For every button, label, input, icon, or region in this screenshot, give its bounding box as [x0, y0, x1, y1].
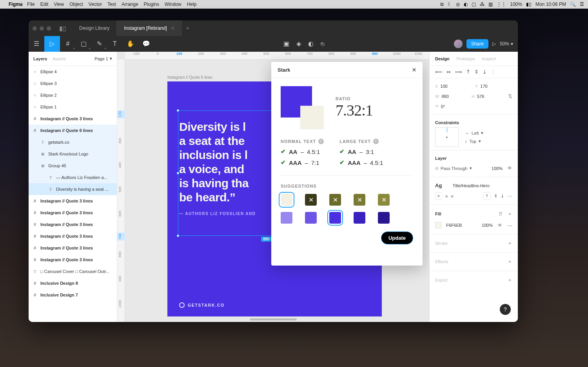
- fill-hex[interactable]: F6F6EB: [446, 223, 462, 228]
- new-tab-button[interactable]: ＋: [182, 25, 194, 32]
- align-hcenter-icon[interactable]: ⇔: [446, 69, 451, 75]
- layers-tab[interactable]: Layers: [33, 56, 47, 61]
- layer-item[interactable]: getstark.co: [29, 136, 117, 148]
- constrain-icon[interactable]: ⇅: [508, 93, 512, 99]
- layer-item[interactable]: Inclusive Design 8: [29, 277, 117, 289]
- suggestion-swatch[interactable]: ✕: [354, 194, 365, 206]
- wifi-icon[interactable]: ⋮⋮: [497, 2, 506, 7]
- dropbox-icon[interactable]: ⧉: [440, 2, 444, 7]
- menu-text[interactable]: Text: [107, 2, 116, 7]
- text-valign-top-icon[interactable]: ⤒: [483, 192, 491, 200]
- pages-dropdown[interactable]: Page 1▾: [94, 56, 112, 61]
- align-right-icon[interactable]: ⟹: [455, 69, 462, 75]
- link-icon[interactable]: ⎋: [321, 36, 325, 52]
- frame-label[interactable]: Instagram // Quote 6 lines: [167, 75, 212, 80]
- text-align-right-icon[interactable]: ≡: [451, 194, 453, 199]
- h-field[interactable]: 576: [477, 94, 484, 99]
- menu-icon[interactable]: ☰: [580, 2, 584, 7]
- tab-inspect[interactable]: Inspect: [482, 56, 496, 61]
- distribute-icon[interactable]: ⋮: [491, 69, 496, 75]
- suggestion-swatch[interactable]: ✕: [305, 194, 317, 206]
- canvas[interactable]: -100010020030040050060070080090098010001…: [117, 52, 429, 322]
- help-button[interactable]: ?: [500, 304, 511, 315]
- shape-tool[interactable]: ▢▾: [76, 36, 91, 52]
- blend-select[interactable]: ◇ Pass Through ▾: [435, 166, 472, 171]
- hand-tool[interactable]: ✋: [123, 36, 138, 52]
- tab-instagram-rebrand[interactable]: Instagram [Rebrand]✕: [117, 20, 181, 36]
- layer-item[interactable]: Instagram // Quote 6 lines: [29, 125, 117, 136]
- align-left-icon[interactable]: ⟸: [435, 69, 443, 75]
- suggestion-swatch[interactable]: [305, 212, 317, 224]
- layer-item[interactable]: Stark Knockout Logo: [29, 148, 117, 160]
- x-field[interactable]: 100: [440, 84, 447, 89]
- text-align-left-icon[interactable]: ≡: [435, 192, 442, 200]
- siri-icon[interactable]: ▥: [488, 2, 493, 7]
- assets-tab[interactable]: Assets: [53, 56, 65, 61]
- text-tool[interactable]: T: [107, 36, 123, 52]
- add-icon[interactable]: ＋: [507, 258, 512, 265]
- tab-prototype[interactable]: Prototype: [457, 56, 475, 61]
- menubar-app-name[interactable]: Figma: [9, 2, 22, 7]
- layer-item[interactable]: Group 45: [29, 160, 117, 172]
- menu-plugins[interactable]: Plugins: [144, 2, 159, 7]
- move-tool[interactable]: ▷▾: [44, 36, 60, 52]
- layer-item[interactable]: Ellipse 4: [29, 66, 117, 78]
- rotation-field[interactable]: 0°: [441, 104, 445, 109]
- zoom-dropdown[interactable]: 50%▾: [500, 41, 513, 47]
- layer-item[interactable]: Instagram // Quote 3 lines: [29, 113, 117, 125]
- styles-icon[interactable]: ⠿: [499, 211, 503, 217]
- y-field[interactable]: 170: [480, 84, 487, 89]
- layer-item[interactable]: Instagram // Quote 3 lines: [29, 207, 117, 219]
- constraints-widget[interactable]: [435, 127, 459, 147]
- bt-icon[interactable]: ⁂: [480, 2, 485, 7]
- align-bottom-icon[interactable]: ⤓: [483, 69, 487, 75]
- close-icon[interactable]: ✕: [412, 67, 416, 73]
- hamburger-button[interactable]: ☰: [29, 36, 44, 52]
- add-icon[interactable]: ＋: [507, 277, 512, 284]
- layer-item[interactable]: — Authors Liz Fosslien a...: [29, 172, 117, 183]
- text-valign-mid-icon[interactable]: ⇕: [494, 193, 497, 199]
- update-button[interactable]: Update: [381, 231, 413, 244]
- circle-icon[interactable]: ◎: [456, 2, 460, 7]
- cc-icon[interactable]: ◐: [464, 2, 468, 7]
- menu-object[interactable]: Object: [69, 2, 83, 7]
- suggestion-swatch[interactable]: [281, 212, 292, 224]
- layer-item[interactable]: □ Carousel Cover □ Carousel Outr...: [29, 266, 117, 277]
- text-align-center-icon[interactable]: ≡: [445, 194, 448, 199]
- moon-icon[interactable]: ☾: [448, 2, 452, 7]
- more-icon[interactable]: ⋯: [507, 193, 512, 199]
- layer-item[interactable]: Ellipse 3: [29, 78, 117, 89]
- suggestion-swatch[interactable]: [354, 212, 365, 224]
- text-valign-bot-icon[interactable]: ⤓: [501, 193, 504, 199]
- pen-tool[interactable]: ✎▾: [91, 36, 107, 52]
- fill-swatch[interactable]: [435, 222, 441, 228]
- align-vcenter-icon[interactable]: ⇕: [474, 69, 479, 75]
- suggestion-swatch[interactable]: [329, 212, 341, 224]
- suggestion-swatch[interactable]: ✕: [378, 194, 390, 206]
- frame-tool[interactable]: #▾: [60, 36, 76, 52]
- avatar[interactable]: [454, 40, 463, 48]
- layer-item[interactable]: Instagram // Quote 3 lines: [29, 254, 117, 266]
- menu-arrange[interactable]: Arrange: [122, 2, 138, 7]
- eye-icon[interactable]: 👁: [507, 165, 512, 171]
- w-field[interactable]: 880: [441, 94, 448, 99]
- add-icon[interactable]: ＋: [507, 210, 512, 217]
- remove-icon[interactable]: —: [507, 222, 512, 228]
- swatch-background[interactable]: [300, 106, 324, 129]
- tab-design[interactable]: Design: [435, 56, 450, 61]
- share-button[interactable]: Share: [466, 39, 488, 49]
- layer-item[interactable]: Inclusive Design 7: [29, 289, 117, 301]
- menu-help[interactable]: Help: [187, 2, 197, 7]
- spotlight-icon[interactable]: 🔍: [570, 2, 576, 7]
- close-icon[interactable]: ✕: [171, 26, 174, 31]
- layer-item[interactable]: Ellipse 2: [29, 89, 117, 101]
- present-button[interactable]: ▷: [492, 41, 496, 47]
- align-top-icon[interactable]: ⤒: [466, 69, 470, 75]
- constraint-v-select[interactable]: ↕ Top ▾: [465, 139, 483, 144]
- help-icon[interactable]: ?: [373, 139, 379, 144]
- diamond-icon[interactable]: ◈: [296, 36, 301, 52]
- mask-icon[interactable]: ◐: [308, 36, 314, 52]
- tab-design-library[interactable]: Design Library: [72, 20, 117, 36]
- layer-item[interactable]: Instagram // Quote 3 lines: [29, 219, 117, 230]
- layer-item[interactable]: Ellipse 1: [29, 101, 117, 113]
